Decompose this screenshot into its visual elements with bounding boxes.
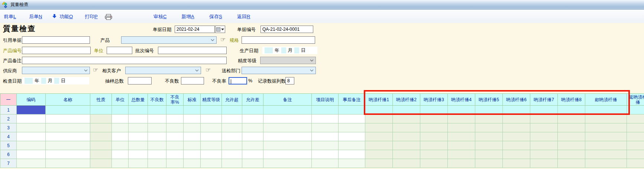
- body-cell[interactable]: [222, 106, 242, 115]
- body-cell[interactable]: [90, 115, 112, 123]
- body-cell[interactable]: [627, 132, 644, 141]
- body-cell[interactable]: [112, 159, 129, 168]
- body-cell[interactable]: [339, 150, 365, 159]
- body-cell[interactable]: [184, 141, 201, 150]
- row-number-cell[interactable]: 7: [0, 159, 17, 168]
- body-cell[interactable]: [503, 115, 530, 123]
- body-cell[interactable]: [129, 159, 148, 168]
- column-header[interactable]: 项目说明: [312, 93, 339, 106]
- column-header[interactable]: 哟渍杄播5: [475, 93, 503, 106]
- body-cell[interactable]: [17, 132, 46, 141]
- column-header[interactable]: 哟渍杄播6: [503, 93, 530, 106]
- body-cell[interactable]: [17, 115, 46, 123]
- column-header[interactable]: 哟渍杄播2: [393, 93, 420, 106]
- body-cell[interactable]: [393, 159, 420, 168]
- body-cell[interactable]: [90, 159, 112, 168]
- body-cell[interactable]: [46, 106, 90, 115]
- body-cell[interactable]: [393, 115, 420, 123]
- body-cell[interactable]: [222, 123, 242, 132]
- column-header[interactable]: 延哟渍杄播: [627, 93, 644, 106]
- row-number-cell[interactable]: 3: [0, 123, 17, 132]
- body-cell[interactable]: [448, 159, 475, 168]
- body-cell[interactable]: [312, 132, 339, 141]
- body-cell[interactable]: [90, 106, 112, 115]
- body-cell[interactable]: [263, 141, 312, 150]
- body-cell[interactable]: [393, 123, 420, 132]
- column-header[interactable]: 精度等级: [201, 93, 222, 106]
- body-cell[interactable]: [420, 132, 448, 141]
- body-cell[interactable]: [585, 159, 627, 168]
- body-cell[interactable]: [503, 106, 530, 115]
- column-header[interactable]: 名称: [46, 93, 90, 106]
- row-number-cell[interactable]: 4: [0, 132, 17, 141]
- body-cell[interactable]: [420, 115, 448, 123]
- body-cell[interactable]: [242, 132, 263, 141]
- body-cell[interactable]: [627, 106, 644, 115]
- body-cell[interactable]: [263, 132, 312, 141]
- body-cell[interactable]: [448, 150, 475, 159]
- body-cell[interactable]: [530, 106, 558, 115]
- body-cell[interactable]: [627, 150, 644, 159]
- column-header[interactable]: 不良数: [148, 93, 166, 106]
- body-cell[interactable]: [148, 141, 166, 150]
- audit-button[interactable]: 审核C: [153, 13, 166, 20]
- body-cell[interactable]: [46, 132, 90, 141]
- body-cell[interactable]: [148, 132, 166, 141]
- body-cell[interactable]: [148, 159, 166, 168]
- column-header[interactable]: 单位: [112, 93, 129, 106]
- body-cell[interactable]: [184, 106, 201, 115]
- row-number-cell[interactable]: 1: [0, 106, 17, 115]
- body-cell[interactable]: [585, 106, 627, 115]
- body-cell[interactable]: [558, 123, 585, 132]
- column-header[interactable]: 允许超: [222, 93, 242, 106]
- body-cell[interactable]: [46, 115, 90, 123]
- sample-total-input[interactable]: [128, 77, 152, 84]
- body-cell[interactable]: [201, 159, 222, 168]
- body-cell[interactable]: [129, 106, 148, 115]
- body-cell[interactable]: [393, 150, 420, 159]
- prod-day-box[interactable]: [294, 47, 299, 53]
- product-picker-hand-icon[interactable]: ☞: [220, 37, 226, 43]
- body-cell[interactable]: [112, 150, 129, 159]
- body-cell[interactable]: [312, 159, 339, 168]
- body-cell[interactable]: [242, 150, 263, 159]
- body-cell[interactable]: [558, 115, 585, 123]
- body-cell[interactable]: [475, 115, 503, 123]
- printer-icon[interactable]: [105, 14, 112, 21]
- body-cell[interactable]: [184, 150, 201, 159]
- column-header[interactable]: 不良率%: [166, 93, 184, 106]
- unit-input[interactable]: [107, 47, 132, 54]
- body-cell[interactable]: [530, 132, 558, 141]
- body-cell[interactable]: [201, 141, 222, 150]
- body-cell[interactable]: [530, 150, 558, 159]
- body-cell[interactable]: [585, 132, 627, 141]
- function-arrow-icon[interactable]: [52, 14, 57, 20]
- body-cell[interactable]: [585, 115, 627, 123]
- body-cell[interactable]: [222, 115, 242, 123]
- column-header[interactable]: 标准: [184, 93, 201, 106]
- grid-corner-cell[interactable]: 一: [0, 93, 17, 106]
- check-month-box[interactable]: [41, 78, 46, 84]
- body-cell[interactable]: [148, 150, 166, 159]
- body-cell[interactable]: [263, 123, 312, 132]
- column-header[interactable]: 事后备注: [339, 93, 365, 106]
- body-cell[interactable]: [166, 150, 184, 159]
- body-cell[interactable]: [339, 115, 365, 123]
- body-cell[interactable]: [365, 123, 393, 132]
- body-cell[interactable]: [112, 132, 129, 141]
- column-header[interactable]: 编码: [17, 93, 46, 106]
- body-cell[interactable]: [558, 159, 585, 168]
- body-cell[interactable]: [242, 159, 263, 168]
- body-cell[interactable]: [166, 123, 184, 132]
- body-cell[interactable]: [475, 141, 503, 150]
- body-cell[interactable]: [312, 123, 339, 132]
- body-cell[interactable]: [503, 159, 530, 168]
- body-cell[interactable]: [112, 141, 129, 150]
- body-cell[interactable]: [112, 123, 129, 132]
- column-header[interactable]: 哟渍杄播7: [530, 93, 558, 106]
- body-cell[interactable]: [503, 132, 530, 141]
- body-cell[interactable]: [129, 115, 148, 123]
- save-button[interactable]: 保存S: [209, 13, 222, 20]
- column-header[interactable]: 性质: [90, 93, 112, 106]
- body-cell[interactable]: [420, 150, 448, 159]
